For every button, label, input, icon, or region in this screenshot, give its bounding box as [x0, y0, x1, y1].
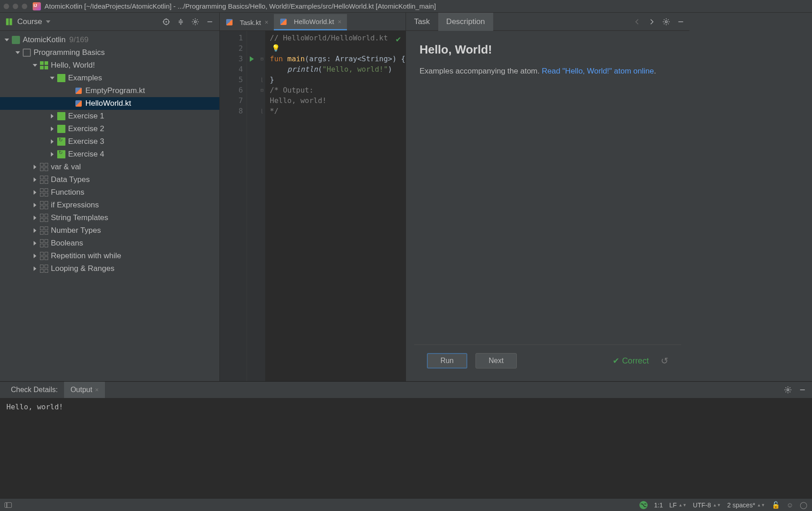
- tree-lesson[interactable]: String Templates: [0, 211, 219, 224]
- chevron-down-icon[interactable]: [49, 75, 55, 81]
- fold-open-icon[interactable]: ⊟: [259, 85, 265, 95]
- chevron-down-icon[interactable]: [15, 49, 21, 56]
- chevron-right-icon[interactable]: [32, 253, 38, 259]
- chevron-right-icon[interactable]: [32, 164, 38, 170]
- window-minimize-icon[interactable]: [13, 4, 18, 9]
- fold-close-icon[interactable]: ⌊: [259, 106, 265, 116]
- editor-tab-active[interactable]: HelloWorld.kt ×: [274, 14, 347, 30]
- tree-exercise[interactable]: Exercise 1: [0, 110, 219, 123]
- run-button[interactable]: Run: [427, 353, 467, 369]
- tree-lesson[interactable]: Repetition with while: [0, 250, 219, 262]
- tree-lesson[interactable]: Functions: [0, 186, 219, 199]
- collapse-all-icon[interactable]: [176, 17, 186, 27]
- git-status-icon[interactable]: ⌥: [639, 501, 648, 509]
- inspector-icon[interactable]: ☺: [787, 501, 793, 509]
- lesson-icon: [40, 239, 48, 247]
- tree-label: Data Types: [51, 175, 90, 184]
- reset-icon[interactable]: ↺: [661, 355, 668, 366]
- code-text: */: [270, 107, 278, 115]
- course-tree[interactable]: AtomicKotlin 9/169 Programming Basics He…: [0, 31, 219, 381]
- tab-output[interactable]: Output ×: [64, 382, 105, 398]
- readonly-lock-icon[interactable]: 🔓: [772, 501, 780, 509]
- close-icon[interactable]: ×: [265, 19, 268, 26]
- chevron-right-icon[interactable]: [49, 113, 55, 119]
- chevron-right-icon[interactable]: [32, 240, 38, 246]
- tree-lesson[interactable]: if Expressions: [0, 199, 219, 211]
- gear-icon[interactable]: [783, 385, 793, 395]
- indent-settings[interactable]: 2 spaces*▲▼: [727, 501, 765, 509]
- window-maximize-icon[interactable]: [22, 4, 27, 9]
- chevron-down-icon[interactable]: [4, 37, 10, 43]
- chevron-down-icon[interactable]: [46, 20, 50, 23]
- nav-back-icon[interactable]: [632, 17, 642, 27]
- status-bar: ⌥ 1:1 LF▲▼ UTF-8▲▼ 2 spaces*▲▼ 🔓 ☺ ◯: [0, 498, 812, 511]
- minimize-panel-icon[interactable]: [676, 17, 686, 27]
- tab-label: Output: [70, 386, 92, 394]
- chevron-right-icon[interactable]: [49, 126, 55, 132]
- tree-examples[interactable]: Examples: [0, 72, 219, 84]
- fold-gutter: ⊟ ⌊ ⊟ ⌊: [259, 31, 265, 381]
- code-text: (args: Array<String>) {: [305, 54, 406, 63]
- chevron-right-icon[interactable]: [32, 215, 38, 221]
- tree-root[interactable]: AtomicKotlin 9/169: [0, 34, 219, 46]
- tab-label: Task.kt: [240, 19, 261, 26]
- caret-position[interactable]: 1:1: [654, 501, 663, 509]
- gear-icon[interactable]: [190, 17, 200, 27]
- tab-description[interactable]: Description: [438, 13, 493, 31]
- chevron-right-icon[interactable]: [32, 265, 38, 272]
- chevron-right-icon[interactable]: [49, 138, 55, 145]
- minimize-panel-icon[interactable]: [797, 385, 807, 395]
- tree-label: Programming Basics: [34, 48, 105, 57]
- nav-forward-icon[interactable]: [647, 17, 657, 27]
- book-icon: [5, 17, 14, 26]
- status-text: Correct: [622, 356, 649, 366]
- tree-lesson[interactable]: Looping & Ranges: [0, 262, 219, 275]
- tree-lesson[interactable]: Booleans: [0, 237, 219, 250]
- fold-open-icon[interactable]: ⊟: [259, 54, 265, 64]
- tree-file-selected[interactable]: HelloWorld.kt: [0, 97, 219, 110]
- locate-icon[interactable]: [161, 17, 171, 27]
- inspection-ok-icon[interactable]: ✔: [396, 34, 401, 44]
- intention-bulb-icon[interactable]: 💡: [272, 43, 280, 54]
- code-editor[interactable]: 1 2 3 4 5 6 7 8 ⊟ ⌊ ⊟ ⌊ 💡✔// HelloWorld/…: [220, 31, 406, 381]
- tree-exercise[interactable]: Exercise 4: [0, 148, 219, 161]
- next-button[interactable]: Next: [475, 353, 517, 369]
- lesson-icon: [40, 163, 48, 171]
- tree-exercise[interactable]: Exercise 3: [0, 135, 219, 148]
- tree-file[interactable]: EmptyProgram.kt: [0, 84, 219, 97]
- chevron-right-icon[interactable]: [49, 151, 55, 157]
- chevron-down-icon[interactable]: [32, 62, 38, 69]
- tab-check-details[interactable]: Check Details:: [5, 382, 64, 398]
- book-icon: [12, 36, 20, 44]
- fold-close-icon[interactable]: ⌊: [259, 74, 265, 85]
- tree-lesson[interactable]: Data Types: [0, 173, 219, 186]
- line-separator[interactable]: LF▲▼: [669, 501, 687, 509]
- line-number: 5: [220, 74, 243, 85]
- editor-tab[interactable]: Task.kt ×: [220, 14, 274, 30]
- tab-task[interactable]: Task: [406, 13, 438, 31]
- run-line-icon[interactable]: [250, 56, 254, 62]
- chevron-right-icon[interactable]: [32, 202, 38, 208]
- chevron-right-icon[interactable]: [32, 189, 38, 196]
- task-body-link[interactable]: Read "Hello, World!" atom online: [542, 67, 654, 75]
- code-area[interactable]: 💡✔// HelloWorld/HelloWorld.kt fun main(a…: [265, 31, 406, 381]
- close-icon[interactable]: ×: [338, 18, 342, 25]
- course-dropdown[interactable]: Course: [17, 17, 42, 26]
- output-panel: Check Details: Output × Hello, world!: [0, 381, 812, 498]
- tree-lesson-current[interactable]: Hello, World!: [0, 59, 219, 72]
- gear-icon[interactable]: [661, 17, 671, 27]
- tree-lesson[interactable]: Number Types: [0, 224, 219, 237]
- window-close-icon[interactable]: [4, 4, 9, 9]
- tree-module[interactable]: Programming Basics: [0, 46, 219, 59]
- search-icon[interactable]: ◯: [800, 501, 807, 509]
- tool-windows-icon[interactable]: [5, 502, 12, 508]
- code-text: // HelloWorld/HelloWorld.kt: [270, 34, 388, 42]
- minimize-panel-icon[interactable]: [205, 17, 215, 27]
- close-icon[interactable]: ×: [95, 386, 99, 393]
- tree-lesson[interactable]: var & val: [0, 161, 219, 173]
- tree-exercise[interactable]: Exercise 2: [0, 123, 219, 135]
- folder-icon: [57, 125, 65, 133]
- chevron-right-icon[interactable]: [32, 227, 38, 234]
- chevron-right-icon[interactable]: [32, 177, 38, 183]
- file-encoding[interactable]: UTF-8▲▼: [693, 501, 721, 509]
